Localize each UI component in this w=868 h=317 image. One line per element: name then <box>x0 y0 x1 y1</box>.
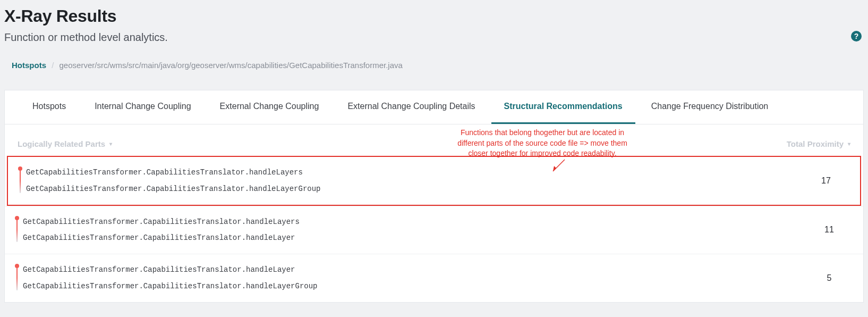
help-icon[interactable]: ? <box>851 31 862 41</box>
column-related-parts-label: Logically Related Parts <box>18 139 105 148</box>
breadcrumb-sep: / <box>52 61 54 70</box>
column-related-parts[interactable]: Logically Related Parts ▾ <box>18 139 112 148</box>
results-card: Hotspots Internal Change Coupling Extern… <box>4 90 864 303</box>
table-header: Logically Related Parts ▾ Total Proximit… <box>5 124 863 156</box>
function-a: GetCapabilitiesTransformer.CapabilitiesT… <box>23 214 808 230</box>
table-row[interactable]: GetCapabilitiesTransformer.CapabilitiesT… <box>5 254 863 302</box>
page-subtitle: Function or method level analytics. <box>4 31 864 44</box>
tab-internal-coupling[interactable]: Internal Change Coupling <box>82 90 203 124</box>
proximity-value: 11 <box>808 225 850 235</box>
table-row[interactable]: GetCapabilitiesTransformer.CapabilitiesT… <box>7 156 861 206</box>
tab-bar: Hotspots Internal Change Coupling Extern… <box>5 90 863 124</box>
related-pair: GetCapabilitiesTransformer.CapabilitiesT… <box>23 214 808 247</box>
proximity-value: 5 <box>808 273 850 283</box>
column-total-proximity[interactable]: Total Proximity ▾ <box>787 139 850 148</box>
relation-marker-icon <box>15 164 26 197</box>
tab-change-frequency[interactable]: Change Frequency Distribution <box>639 90 781 124</box>
column-total-proximity-label: Total Proximity <box>787 139 844 148</box>
function-a: GetCapabilitiesTransformer.CapabilitiesT… <box>23 262 808 278</box>
table-row[interactable]: GetCapabilitiesTransformer.CapabilitiesT… <box>5 206 863 254</box>
chevron-down-icon: ▾ <box>109 141 112 147</box>
tab-external-coupling-details[interactable]: External Change Coupling Details <box>335 90 488 124</box>
proximity-value: 17 <box>805 176 847 186</box>
tab-hotspots[interactable]: Hotspots <box>20 90 79 124</box>
related-pair: GetCapabilitiesTransformer.CapabilitiesT… <box>26 164 805 197</box>
tab-external-coupling[interactable]: External Change Coupling <box>207 90 332 124</box>
annotation-text: Functions that belong thogether but are … <box>447 128 638 159</box>
function-b: GetCapabilitiesTransformer.CapabilitiesT… <box>26 181 805 197</box>
breadcrumb-path: geoserver/src/wms/src/main/java/org/geos… <box>59 61 403 70</box>
relation-marker-icon <box>12 214 23 247</box>
chevron-down-icon: ▾ <box>848 141 850 147</box>
related-pair: GetCapabilitiesTransformer.CapabilitiesT… <box>23 262 808 295</box>
function-b: GetCapabilitiesTransformer.CapabilitiesT… <box>23 230 808 246</box>
breadcrumb: Hotspots / geoserver/src/wms/src/main/ja… <box>4 61 864 70</box>
function-a: GetCapabilitiesTransformer.CapabilitiesT… <box>26 164 805 181</box>
tab-structural-recommendations[interactable]: Structural Recommendations <box>491 90 635 124</box>
function-b: GetCapabilitiesTransformer.CapabilitiesT… <box>23 278 808 295</box>
breadcrumb-root[interactable]: Hotspots <box>12 61 46 70</box>
page-title: X-Ray Results <box>4 6 864 26</box>
relation-marker-icon <box>12 262 23 295</box>
